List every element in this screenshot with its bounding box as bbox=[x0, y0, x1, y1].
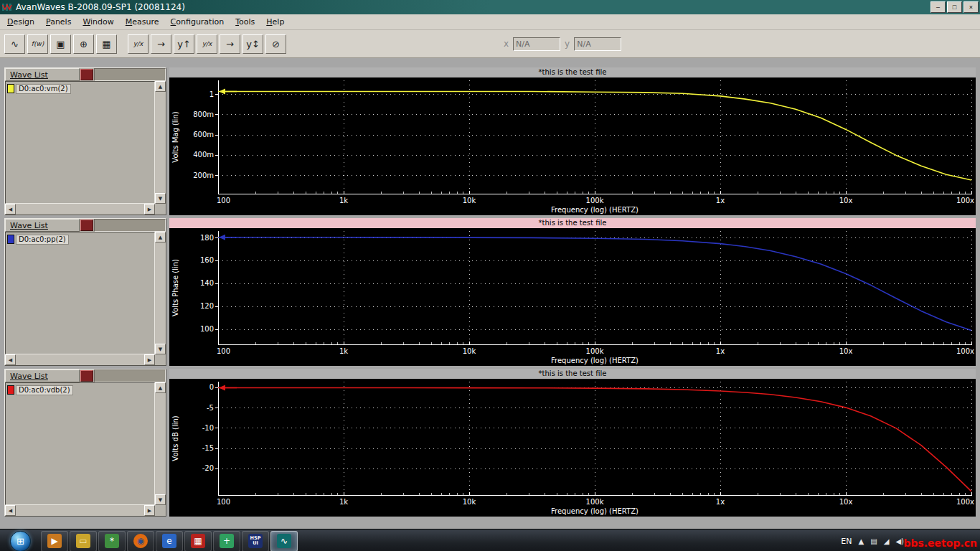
scroll-track[interactable] bbox=[155, 393, 166, 494]
menu-configuration[interactable]: Configuration bbox=[165, 15, 230, 29]
watermark: bbs.eetop.cn bbox=[903, 537, 977, 549]
add-panel-icon[interactable]: ▦ bbox=[96, 34, 117, 54]
scroll-right-icon[interactable]: ▶ bbox=[144, 354, 155, 365]
start-button[interactable]: ⊞ bbox=[10, 531, 31, 551]
x-tick-label: 100 bbox=[217, 347, 230, 355]
scroll-up-icon[interactable]: ▲ bbox=[155, 382, 166, 393]
waveform-panel-icon[interactable]: ∿ bbox=[4, 34, 25, 54]
tray-expand-icon[interactable]: ▲ bbox=[859, 537, 864, 545]
scroll-up-icon[interactable]: ▲ bbox=[155, 81, 166, 92]
horizontal-scrollbar[interactable]: ◀ ▶ bbox=[5, 354, 155, 365]
y-tick-label: -5 bbox=[207, 404, 214, 412]
scroll-down-icon[interactable]: ▼ bbox=[155, 344, 166, 354]
scroll-track[interactable] bbox=[16, 505, 144, 516]
menu-tools[interactable]: Tools bbox=[230, 15, 260, 29]
vertical-scrollbar[interactable]: ▲ ▼ bbox=[155, 232, 166, 354]
x-coord-field[interactable] bbox=[513, 37, 560, 51]
expression-builder-icon[interactable]: f(w) bbox=[27, 34, 48, 54]
y-coord-field[interactable] bbox=[574, 37, 621, 51]
wave-list-panel-3: Wave List D0:ac0:vdb(2) ▲ ▼ ◀ bbox=[4, 369, 166, 517]
wave-list[interactable]: D0:ac0:vm(2) bbox=[5, 81, 155, 204]
taskbar-hspice-ui[interactable]: HSP UI bbox=[242, 531, 269, 551]
waveform-trace[interactable] bbox=[218, 237, 971, 331]
menu-window[interactable]: Window bbox=[77, 15, 119, 29]
wave-list-menu-button[interactable] bbox=[80, 220, 93, 231]
network-icon[interactable]: ◢ bbox=[884, 537, 890, 545]
scroll-right-icon[interactable]: ▶ bbox=[144, 505, 155, 516]
x-tick-label: 1x bbox=[716, 498, 725, 506]
menu-panels[interactable]: Panels bbox=[40, 15, 77, 29]
wave-list-item[interactable]: D0:ac0:vdb(2) bbox=[7, 385, 153, 395]
phase-plot[interactable]: 1801601401201001001k10k100k1x10x100xVolt… bbox=[169, 228, 976, 366]
taskbar-green-blue-app-icon: + bbox=[220, 534, 234, 548]
y-tick-label: 180 bbox=[200, 234, 214, 242]
ratio-measure-icon[interactable]: y/x bbox=[197, 34, 217, 54]
wave-list-item[interactable]: D0:ac0:vm(2) bbox=[7, 83, 153, 94]
taskbar-avanwaves[interactable]: ∿ bbox=[270, 531, 298, 551]
client-area: Wave List D0:ac0:vm(2) ▲ ▼ ◀ bbox=[0, 58, 980, 529]
taskbar-green-tool[interactable]: * bbox=[98, 531, 126, 551]
y-tick-label: 160 bbox=[200, 256, 214, 264]
volume-icon[interactable]: ◀) bbox=[895, 537, 904, 545]
scroll-left-icon[interactable]: ◀ bbox=[5, 204, 16, 215]
scroll-right-icon[interactable]: ▶ bbox=[144, 204, 155, 215]
close-button[interactable]: × bbox=[963, 1, 979, 13]
slope-measure-icon[interactable]: y/x bbox=[128, 34, 149, 54]
language-indicator[interactable]: EN bbox=[841, 537, 852, 546]
menu-help[interactable]: Help bbox=[260, 15, 290, 29]
trace-start-arrow-icon bbox=[219, 385, 225, 390]
cursor-coordinates: x y bbox=[504, 37, 621, 51]
scroll-track[interactable] bbox=[155, 92, 166, 193]
x-tick-label: 100k bbox=[586, 197, 604, 204]
zoom-fit-icon[interactable]: ⊕ bbox=[73, 34, 94, 54]
x-cursor-icon[interactable]: → bbox=[151, 34, 171, 54]
wave-list-menu-button[interactable] bbox=[80, 69, 93, 80]
clear-measures-icon[interactable]: ⊘ bbox=[265, 34, 286, 54]
taskbar-firefox-icon: ◉ bbox=[133, 534, 148, 548]
taskbar-green-blue-app[interactable]: + bbox=[213, 531, 240, 551]
wave-list-item[interactable]: D0:ac0:pp(2) bbox=[7, 234, 153, 245]
taskbar-internet-explorer[interactable]: e bbox=[156, 531, 183, 551]
scroll-track[interactable] bbox=[16, 354, 144, 365]
action-center-icon[interactable]: ▤ bbox=[870, 537, 877, 545]
wave-name: D0:ac0:vm(2) bbox=[16, 84, 71, 94]
wave-list-menu-button[interactable] bbox=[80, 370, 93, 382]
menu-measure[interactable]: Measure bbox=[120, 15, 165, 29]
wave-name: D0:ac0:pp(2) bbox=[16, 235, 69, 245]
y-measure-icon[interactable]: y↑ bbox=[174, 34, 194, 54]
wave-list[interactable]: D0:ac0:pp(2) bbox=[5, 232, 155, 354]
vertical-scrollbar[interactable]: ▲ ▼ bbox=[155, 382, 166, 505]
x-axis-label: Frequency (log) (HERTZ) bbox=[551, 507, 639, 515]
scroll-down-icon[interactable]: ▼ bbox=[155, 193, 166, 204]
y-tick-label: 800m bbox=[193, 110, 214, 118]
taskbar-hspice-ui-icon: HSP UI bbox=[248, 534, 263, 548]
scroll-track[interactable] bbox=[155, 242, 166, 344]
taskbar-firefox[interactable]: ◉ bbox=[127, 531, 154, 551]
horizontal-scrollbar[interactable]: ◀ ▶ bbox=[5, 505, 155, 516]
scroll-down-icon[interactable]: ▼ bbox=[155, 494, 166, 505]
taskbar-explorer[interactable]: ▭ bbox=[70, 531, 97, 551]
taskbar-red-grid-app[interactable]: ▦ bbox=[184, 531, 212, 551]
title-bar[interactable]: AvanWaves B-2008.09-SP1 (20081124) – □ × bbox=[0, 0, 980, 14]
scroll-up-icon[interactable]: ▲ bbox=[155, 232, 166, 242]
scrollbar-corner bbox=[155, 354, 166, 365]
wave-list[interactable]: D0:ac0:vdb(2) bbox=[5, 382, 155, 505]
scroll-left-icon[interactable]: ◀ bbox=[5, 354, 16, 365]
menu-design[interactable]: Design bbox=[1, 15, 40, 29]
phase-chart: *this is the test file 18016014012010010… bbox=[169, 218, 976, 366]
db-plot[interactable]: 0-5-10-15-201001k10k100k1x10x100xVolts d… bbox=[169, 379, 976, 517]
x-tick-label: 100 bbox=[217, 498, 230, 506]
y-range-icon[interactable]: y↕ bbox=[242, 34, 263, 54]
magnitude-plot[interactable]: 1800m600m400m200m1001k10k100k1x10x100xVo… bbox=[169, 77, 976, 215]
print-icon[interactable]: ▣ bbox=[50, 34, 71, 54]
horizontal-scrollbar[interactable]: ◀ ▶ bbox=[5, 204, 155, 215]
taskbar-green-tool-icon: * bbox=[105, 534, 119, 548]
scroll-track[interactable] bbox=[16, 204, 144, 215]
minimize-button[interactable]: – bbox=[930, 1, 946, 13]
scroll-left-icon[interactable]: ◀ bbox=[5, 505, 16, 516]
x-marker-icon[interactable]: → bbox=[220, 34, 240, 54]
maximize-button[interactable]: □ bbox=[947, 1, 962, 13]
vertical-scrollbar[interactable]: ▲ ▼ bbox=[155, 81, 166, 204]
taskbar-media-player[interactable]: ▶ bbox=[41, 531, 68, 551]
trace-start-arrow-icon bbox=[219, 89, 225, 95]
